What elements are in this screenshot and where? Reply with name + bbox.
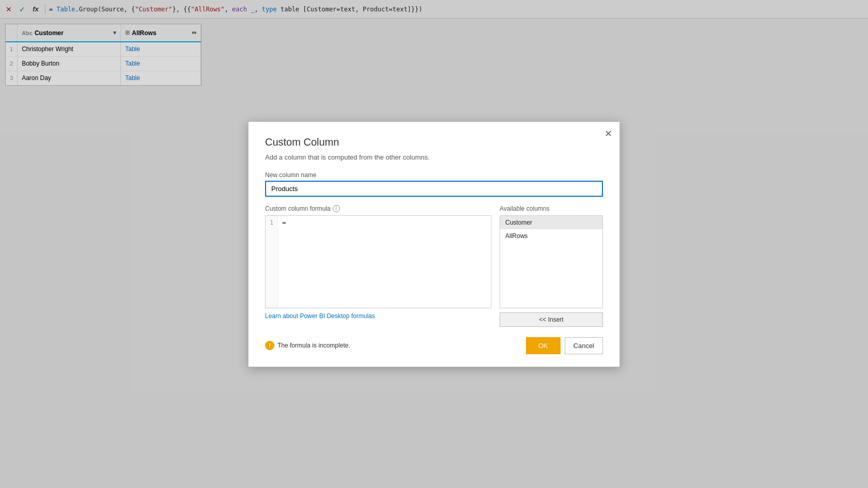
avail-item-customer[interactable]: Customer — [500, 216, 602, 229]
dialog-subtitle: Add a column that is computed from the o… — [265, 153, 603, 161]
dialog-footer: ! The formula is incomplete. OK Cancel — [265, 337, 603, 354]
formula-status: ! The formula is incomplete. — [265, 341, 350, 350]
available-columns-list: Customer AllRows — [500, 215, 603, 308]
formula-section: Custom column formula i 1 = Learn about … — [265, 205, 603, 327]
status-warning-icon: ! — [265, 341, 274, 350]
ok-button[interactable]: OK — [526, 337, 561, 354]
formula-left: Custom column formula i 1 = Learn about … — [265, 205, 491, 327]
main-area: Abc Customer ▾ ⊞ AllRows ⇔ — [0, 19, 868, 488]
dialog-overlay: ✕ Custom Column Add a column that is com… — [0, 0, 868, 488]
footer-buttons: OK Cancel — [526, 337, 603, 354]
insert-button[interactable]: << Insert — [500, 312, 603, 327]
cancel-button[interactable]: Cancel — [565, 337, 603, 354]
formula-label: Custom column formula i — [265, 205, 491, 212]
custom-column-dialog: ✕ Custom Column Add a column that is com… — [248, 121, 620, 367]
dialog-close-button[interactable]: ✕ — [605, 129, 612, 138]
status-message: The formula is incomplete. — [277, 342, 350, 349]
available-columns-label: Available columns — [500, 205, 603, 212]
column-name-label: New column name — [265, 171, 603, 179]
formula-input[interactable]: = — [278, 216, 491, 308]
column-name-input[interactable] — [265, 181, 603, 197]
formula-textarea-wrapper: 1 = — [265, 215, 491, 308]
formula-learn-link[interactable]: Learn about Power BI Desktop formulas — [265, 312, 375, 320]
formula-info-icon[interactable]: i — [333, 205, 340, 212]
available-columns-panel: Available columns Customer AllRows << In… — [500, 205, 603, 327]
avail-item-allrows[interactable]: AllRows — [500, 229, 602, 243]
formula-line-number: 1 — [266, 216, 278, 308]
dialog-title: Custom Column — [265, 136, 603, 148]
